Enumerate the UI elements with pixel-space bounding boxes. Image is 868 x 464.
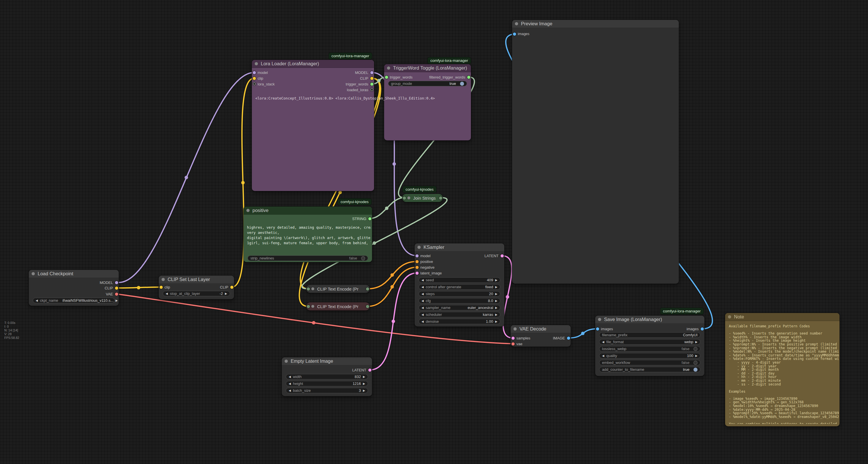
input-slot-clip[interactable]: [160, 286, 163, 289]
node-clip-text-encode-negative-collapsed[interactable]: CLIP Text Encode (Pr: [306, 302, 370, 310]
lora-syntax-text[interactable]: <lora:CreateConcept_Illustrious:0.8> <lo…: [255, 96, 435, 100]
stop-at-clip-layer-widget[interactable]: stop_at_clip_layer -2: [163, 291, 230, 296]
output-slot-string[interactable]: [368, 217, 371, 220]
combo-right-arrow-icon[interactable]: [363, 389, 365, 392]
node-title-bar[interactable]: KSampler: [414, 243, 504, 252]
combo-left-arrow-icon[interactable]: [422, 320, 424, 323]
input-slot-images[interactable]: [513, 32, 516, 36]
height-widget[interactable]: height 1216: [286, 381, 368, 386]
input-slot-clip[interactable]: [253, 77, 256, 80]
combo-right-arrow-icon[interactable]: [495, 307, 497, 309]
combo-left-arrow-icon[interactable]: [422, 299, 424, 302]
combo-right-arrow-icon[interactable]: [495, 279, 497, 282]
seed-widget[interactable]: seed 409: [418, 277, 500, 283]
input-slot-lora-stack[interactable]: [253, 82, 256, 85]
collapse-dot-icon[interactable]: [255, 62, 258, 65]
combo-left-arrow-icon[interactable]: [422, 293, 424, 295]
output-slot-filtered-trigger-words[interactable]: [467, 76, 470, 79]
node-load-checkpoint[interactable]: Load Checkpoint MODEL CLIP VAE ckpt_name…: [29, 270, 119, 306]
collapse-dot-icon[interactable]: [598, 318, 601, 321]
input-slot-negative[interactable]: [415, 266, 418, 269]
collapse-dot-icon[interactable]: [246, 209, 250, 212]
node-title-bar[interactable]: Load Checkpoint: [29, 270, 119, 278]
combo-right-arrow-icon[interactable]: [495, 293, 497, 295]
collapsed-output-dot[interactable]: [366, 305, 369, 308]
toggle-dot-icon[interactable]: [693, 368, 698, 372]
node-clip-set-last-layer[interactable]: CLIP Set Last Layer clip CLIP stop_at_cl…: [159, 276, 234, 299]
steps-widget[interactable]: steps 20: [418, 291, 500, 297]
node-positive-prompt[interactable]: positive STRING highres, very detailed, …: [244, 207, 372, 262]
collapse-dot-icon[interactable]: [311, 305, 314, 308]
combo-right-arrow-icon[interactable]: [116, 299, 118, 302]
width-widget[interactable]: width 832: [286, 374, 368, 379]
node-title-bar[interactable]: Empty Latent Image: [282, 357, 372, 365]
collapse-dot-icon[interactable]: [387, 66, 390, 69]
node-lora-loader[interactable]: Lora Loader (LoraManager) model MODEL cl…: [252, 60, 374, 191]
node-vae-decode[interactable]: VAE Decode samples IMAGE vae: [510, 325, 571, 347]
quality-widget[interactable]: quality 100: [599, 353, 701, 358]
collapsed-output-dot[interactable]: [366, 287, 369, 291]
node-save-image[interactable]: Save Image (LoraManager) images images f…: [595, 316, 704, 376]
collapse-dot-icon[interactable]: [515, 22, 518, 25]
combo-right-arrow-icon[interactable]: [363, 375, 365, 378]
node-title-bar[interactable]: VAE Decode: [510, 325, 571, 333]
node-title-bar[interactable]: Note: [725, 313, 840, 321]
combo-right-arrow-icon[interactable]: [225, 292, 227, 295]
toggle-dot-icon[interactable]: [460, 82, 464, 86]
cfg-widget[interactable]: cfg 8.0: [418, 298, 500, 303]
toggle-dot-icon[interactable]: [693, 347, 698, 351]
collapsed-input-dot[interactable]: [403, 197, 406, 200]
node-title-bar[interactable]: Lora Loader (LoraManager): [252, 60, 374, 68]
output-slot-clip[interactable]: [370, 77, 373, 80]
node-title-bar[interactable]: CLIP Set Last Layer: [159, 276, 234, 284]
scheduler-widget[interactable]: scheduler karras: [418, 312, 500, 317]
collapse-dot-icon[interactable]: [32, 272, 35, 275]
collapse-dot-icon[interactable]: [417, 246, 421, 249]
combo-left-arrow-icon[interactable]: [422, 313, 424, 316]
batch-size-widget[interactable]: batch_size 3: [286, 388, 368, 393]
node-preview-image[interactable]: Preview Image images: [512, 20, 679, 284]
combo-left-arrow-icon[interactable]: [289, 375, 291, 378]
node-clip-text-encode-positive-collapsed[interactable]: CLIP Text Encode (Pr: [306, 285, 370, 293]
combo-right-arrow-icon[interactable]: [695, 354, 698, 357]
output-slot-model[interactable]: [370, 71, 373, 74]
combo-left-arrow-icon[interactable]: [602, 354, 604, 357]
embed-workflow-toggle[interactable]: embed_workflow false: [599, 360, 701, 365]
toggle-dot-icon[interactable]: [693, 361, 698, 365]
combo-left-arrow-icon[interactable]: [422, 286, 424, 289]
input-slot-samples[interactable]: [512, 337, 515, 340]
node-title-bar[interactable]: positive: [244, 207, 372, 214]
sampler-name-widget[interactable]: sampler_name euler_ancestral: [418, 305, 500, 310]
input-slot-latent-image[interactable]: [415, 271, 418, 275]
collapsed-input-dot[interactable]: [307, 305, 310, 308]
combo-right-arrow-icon[interactable]: [363, 382, 365, 385]
input-slot-positive[interactable]: [415, 260, 418, 263]
output-slot-images[interactable]: [701, 327, 704, 330]
node-empty-latent-image[interactable]: Empty Latent Image LATENT width 832 heig…: [282, 357, 372, 396]
input-slot-model[interactable]: [415, 254, 418, 257]
combo-left-arrow-icon[interactable]: [602, 341, 604, 344]
output-slot-latent[interactable]: [368, 369, 371, 372]
output-slot-clip[interactable]: [115, 287, 118, 290]
strip-newlines-toggle[interactable]: strip_newlines false: [248, 256, 368, 261]
collapse-dot-icon[interactable]: [407, 197, 410, 199]
combo-right-arrow-icon[interactable]: [495, 320, 497, 323]
combo-left-arrow-icon[interactable]: [422, 279, 424, 282]
combo-right-arrow-icon[interactable]: [495, 313, 497, 316]
output-slot-vae[interactable]: [115, 293, 118, 296]
add-counter-to-filename-toggle[interactable]: add_counter_to_filename true: [599, 367, 701, 372]
ckpt-name-widget[interactable]: ckpt_name il\waiNSFWIllustrious_v110.s..…: [33, 298, 115, 303]
note-text[interactable]: Available filename_prefix Pattern Codes …: [729, 324, 839, 424]
input-slot-images[interactable]: [596, 327, 599, 330]
combo-right-arrow-icon[interactable]: [695, 341, 698, 344]
file-format-widget[interactable]: file_format webp: [599, 339, 701, 345]
node-title-bar[interactable]: Save Image (LoraManager): [595, 316, 704, 324]
output-slot-loaded-loras[interactable]: [370, 88, 373, 91]
output-slot-image[interactable]: [567, 337, 570, 340]
node-triggerword-toggle[interactable]: TriggerWord Toggle (LoraManager) trigger…: [384, 64, 471, 140]
input-slot-model[interactable]: [253, 71, 256, 74]
input-slot-vae[interactable]: [512, 342, 515, 346]
combo-left-arrow-icon[interactable]: [422, 307, 424, 309]
node-note[interactable]: Note Available filename_prefix Pattern C…: [725, 313, 840, 426]
combo-left-arrow-icon[interactable]: [289, 389, 291, 392]
